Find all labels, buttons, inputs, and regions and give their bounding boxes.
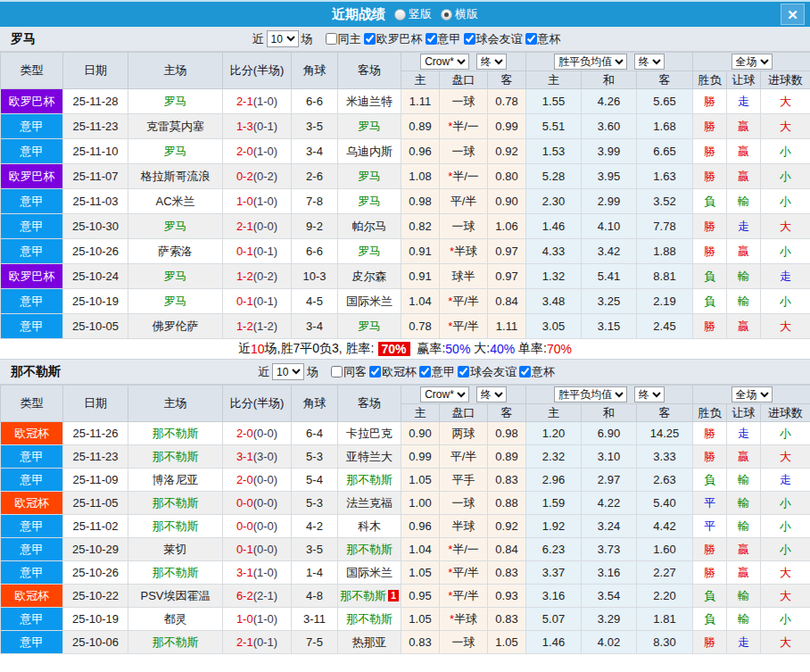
wdl-time-select[interactable]: 终 [634, 386, 665, 402]
early-change-star: * [448, 589, 452, 602]
same-venue-label: 同客 [343, 364, 367, 380]
goals-result: 大 [761, 445, 810, 469]
handicap-select-group: Crow* 终 [401, 386, 526, 404]
same-venue-filter[interactable]: 同主 [323, 31, 361, 47]
lose-odds: 3.52 [637, 189, 693, 214]
same-venue-filter[interactable]: 同客 [328, 364, 367, 380]
lose-odds: 8.81 [637, 264, 693, 289]
odds-time-select[interactable]: 终 [476, 386, 507, 402]
competition-badge: 意甲 [1, 538, 63, 561]
competition-filter-friendly[interactable]: 球会友谊 [455, 364, 517, 380]
draw-odds: 3.15 [582, 314, 637, 339]
match-result: 負 [693, 189, 727, 214]
competition-checkbox[interactable] [426, 33, 437, 45]
away-handicap-odds: 0.99 [488, 114, 526, 139]
handicap-line: 平手 [440, 469, 488, 492]
match-result: 平 [693, 492, 727, 515]
competition-checkbox[interactable] [458, 366, 469, 377]
away-team: 罗马 [338, 189, 401, 214]
win-odds: 1.53 [526, 139, 582, 164]
draw-odds: 2.97 [582, 469, 637, 492]
wdl-average-select[interactable]: 胜平负均值 [554, 54, 627, 70]
competition-checkbox[interactable] [464, 33, 475, 45]
corner-count: 3-4 [292, 314, 338, 339]
match-date: 25-11-09 [63, 469, 128, 492]
filter-bar: 近 10 场 同客 欧冠杯 意甲 球会友谊 意杯 [0, 360, 810, 384]
handicap-result: 輸 [727, 585, 761, 608]
competition-badge: 意甲 [1, 445, 63, 469]
odds-company-select[interactable]: Crow* [420, 386, 469, 402]
competition-filter-europa[interactable]: 欧罗巴杯 [361, 31, 423, 47]
wdl-average-select[interactable]: 胜平负均值 [554, 386, 627, 402]
score: 0-1(0-1) [223, 239, 292, 264]
away-team: 法兰克福 [338, 492, 401, 515]
same-venue-checkbox[interactable] [326, 33, 337, 45]
match-result: 勝 [693, 631, 727, 654]
draw-odds: 3.73 [582, 538, 637, 561]
same-venue-checkbox[interactable] [331, 366, 343, 377]
match-row: 欧罗巴杯25-11-28罗马2-1(1-0)6-6米迪兰特1.11一球0.781… [1, 89, 810, 114]
competition-checkbox[interactable] [364, 33, 376, 45]
away-handicap-odds: 0.84 [488, 289, 526, 314]
radio-unchecked-icon[interactable] [394, 9, 406, 21]
competition-checkbox[interactable] [369, 366, 381, 377]
dialog-title: 近期战绩 [332, 6, 385, 23]
scope-select[interactable]: 全场 [731, 386, 773, 402]
match-row: 意甲25-10-26那不勒斯3-1(1-0)1-4国际米兰1.05*平/半0.8… [1, 561, 810, 585]
competition-checkbox[interactable] [419, 366, 431, 377]
scope-select-group: 全场 [693, 386, 810, 404]
win-odds: 6.23 [526, 538, 582, 561]
competition-checkbox[interactable] [519, 366, 531, 377]
odds-time-select[interactable]: 终 [476, 54, 507, 70]
home-handicap-odds: 0.99 [401, 445, 440, 469]
radio-checked-icon[interactable] [441, 9, 452, 21]
handicap-line: 一球 [440, 139, 488, 164]
layout-option-horizontal[interactable]: 横版 [441, 6, 478, 22]
competition-filter-seriea[interactable]: 意甲 [417, 364, 455, 380]
competition-filter-ucl[interactable]: 欧冠杯 [367, 364, 417, 380]
match-result: 勝 [693, 314, 727, 339]
match-count-select[interactable]: 10 [267, 30, 299, 47]
competition-label: 意甲 [438, 31, 461, 47]
wdl-time-select[interactable]: 终 [634, 54, 665, 70]
handicap-result: 贏 [727, 239, 761, 264]
col-score: 比分(半场) [223, 386, 292, 422]
odds-company-select[interactable]: Crow* [420, 54, 469, 70]
win-odds: 1.20 [526, 422, 582, 445]
match-result: 勝 [693, 214, 727, 239]
handicap-result: 走 [727, 89, 761, 114]
win-odds: 2.32 [526, 445, 582, 469]
match-result: 勝 [693, 114, 727, 139]
layout-option-vertical[interactable]: 竖版 [394, 6, 432, 22]
home-team: 格拉斯哥流浪 [128, 164, 223, 189]
handicap-line: 一球 [440, 631, 488, 654]
summary-segment: 场,胜7平0负3, 胜率: [265, 341, 375, 357]
goals-result: 小 [761, 422, 810, 445]
match-result: 勝 [693, 538, 727, 561]
home-team: 罗马 [128, 214, 223, 239]
close-button[interactable]: ✕ [781, 4, 805, 25]
competition-checkbox[interactable] [525, 33, 537, 45]
corner-count: 5-4 [292, 469, 338, 492]
competition-filter-cup[interactable]: 意杯 [517, 364, 555, 380]
summary-segment: 10 [251, 342, 265, 356]
competition-filter-friendly[interactable]: 球会友谊 [461, 31, 523, 47]
competition-filter-seriea[interactable]: 意甲 [423, 31, 461, 47]
handicap-result: 輸 [727, 289, 761, 314]
summary-segment: 70% [378, 342, 410, 356]
draw-odds: 3.60 [582, 114, 637, 139]
match-count-select[interactable]: 10 [272, 363, 304, 380]
score: 0-0(0-0) [223, 492, 292, 515]
match-result: 勝 [693, 89, 727, 114]
home-handicap-odds: 0.96 [401, 515, 440, 538]
win-odds: 5.28 [526, 164, 582, 189]
match-result: 勝 [693, 561, 727, 585]
competition-filter-cup[interactable]: 意杯 [523, 31, 561, 47]
col-handicap-away: 客 [488, 404, 526, 422]
win-odds: 3.37 [526, 561, 582, 585]
draw-odds: 3.25 [582, 289, 637, 314]
scope-select[interactable]: 全场 [731, 54, 773, 70]
score: 0-2(0-2) [223, 164, 292, 189]
team-header-row: 那不勒斯 近 10 场 同客 欧冠杯 意甲 球会友谊 意杯 [0, 360, 810, 385]
away-handicap-odds: 0.83 [488, 561, 526, 585]
